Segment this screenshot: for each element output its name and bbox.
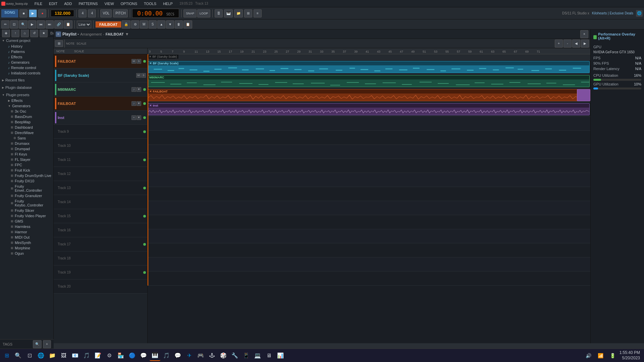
timeline-track-9[interactable] [148, 117, 590, 131]
sidebar-item-drumaxx[interactable]: ⊞ Drumaxx [0, 141, 53, 146]
add-btn[interactable]: + [2, 29, 10, 37]
timeline-track-20[interactable] [148, 272, 590, 286]
sidebar-item-initialized[interactable]: ♪ Initialized controls [0, 70, 53, 76]
channel-rack-btn[interactable]: ⊞ [244, 9, 252, 17]
pitch-btn[interactable]: PITCH [113, 9, 128, 17]
loop-btn[interactable]: LOOP [197, 9, 210, 17]
zoom-btn[interactable]: 🔍 [19, 20, 28, 28]
timeline-track-15[interactable] [148, 201, 590, 215]
sidebar-plugin-database[interactable]: ▶ Plugin database [0, 84, 53, 90]
sidebar-item-fruit-kick[interactable]: ⊞ Fruit Kick [0, 168, 53, 173]
menu-add[interactable]: ADD [63, 1, 73, 6]
media-button[interactable]: 🎵 [81, 350, 92, 361]
sidebar-item-directwave[interactable]: ⊞ DirectWave [0, 130, 53, 135]
volume-btn[interactable]: 🔊 [583, 350, 594, 361]
timeline-track-16[interactable] [148, 215, 590, 229]
battery-btn[interactable]: 🔋 [607, 350, 618, 361]
menu-edit[interactable]: EDIT [48, 1, 59, 6]
sidebar-star-btn[interactable]: ★ [40, 29, 48, 37]
store-button[interactable]: 🏪 [115, 350, 126, 361]
fl-studio-button[interactable]: 🎹 [150, 350, 160, 361]
menu-help[interactable]: HELP [162, 1, 174, 6]
track-solo-btn-2[interactable]: S [141, 73, 146, 78]
select-btn[interactable]: ⊡ [10, 20, 18, 28]
sidebar-recent-files[interactable]: ▶ Recent files [0, 77, 53, 83]
sidebar-item-harmless[interactable]: ⊞ Harmless [0, 224, 53, 229]
record-button[interactable]: ● [38, 9, 46, 17]
pl-zoom-out-btn[interactable]: - [564, 40, 572, 48]
settings-button[interactable]: ⚙ [104, 350, 115, 361]
sidebar-item-history[interactable]: ♪ History [0, 44, 53, 49]
sidebar-item-fl-slayer[interactable]: ⊞ FL Slayer [0, 157, 53, 162]
track-mute-btn-4[interactable]: ♪ [131, 101, 136, 106]
inst-del-btn[interactable]: 🗑 [175, 20, 183, 28]
sidebar-item-remote[interactable]: ♪ Remote control [0, 65, 53, 70]
stop-button[interactable]: ■ [19, 9, 28, 17]
sidebar-item-effects-presets[interactable]: ▶ Effects [0, 98, 53, 103]
inst-up-btn[interactable]: ▲ [157, 20, 165, 28]
mail-button[interactable]: 📧 [70, 350, 80, 361]
timeline-track-13[interactable] [148, 173, 590, 187]
sidebar-item-fpc[interactable]: ⊞ FPC [0, 162, 53, 168]
sidebar-item-fruity-granulizer[interactable]: ⊞ Fruity Granulizer [0, 193, 53, 198]
browser-btn[interactable]: 📁 [234, 9, 243, 17]
tags-add-btn[interactable]: + [43, 340, 51, 344]
notepad-button[interactable]: 📝 [93, 350, 103, 361]
play-button[interactable]: ▶ [29, 9, 37, 17]
timeline-track-12[interactable] [148, 159, 590, 173]
timeline-track-14[interactable] [148, 187, 590, 201]
sidebar-item-beepmap[interactable]: ⊞ BeepMap [0, 119, 53, 125]
timeline-track-11[interactable] [148, 145, 590, 159]
song-button[interactable]: SONG [1, 9, 18, 17]
sidebar-home-btn[interactable]: ⌂ [21, 29, 29, 37]
pl-time-sig-btn[interactable]: ⊞ [55, 40, 63, 47]
menu-tools[interactable]: TOOLS [143, 1, 158, 6]
chrome-button[interactable]: 🔵 [127, 350, 138, 361]
pl-zoom-in-btn[interactable]: + [555, 40, 563, 48]
sidebar-item-ogun[interactable]: ⊞ Ogun [0, 251, 53, 256]
telegram-button[interactable]: ✈ [184, 350, 195, 361]
clip-failboat[interactable]: ✕ FAILBOAT [148, 89, 590, 101]
sidebar-item-midi-out[interactable]: ⊞ MIDI Out [0, 235, 53, 240]
piano-roll-btn[interactable]: 🎹 [224, 9, 233, 17]
photos-button[interactable]: 🖼 [58, 350, 69, 361]
inst-lock-btn[interactable]: 🔒 [122, 20, 130, 28]
sidebar-item-sans[interactable]: ⚙ Sans [0, 135, 53, 141]
numerator-btn[interactable]: 4 [78, 9, 87, 17]
tags-search-btn[interactable]: 🔍 [33, 340, 42, 344]
clip-bf-saruky[interactable]: ✕ BF (Saruky Scale) [148, 61, 590, 73]
spotify-button[interactable]: 🎵 [161, 350, 172, 361]
snap-btn[interactable]: SNAP [183, 9, 197, 17]
pl-scroll-right-btn[interactable]: ▶ [581, 40, 589, 48]
whatsapp-button[interactable]: 💬 [172, 350, 183, 361]
inst-options-btn[interactable]: ⚙ [131, 20, 139, 28]
inst-solo-btn[interactable]: S [149, 20, 157, 28]
app5-button[interactable]: 📊 [275, 350, 286, 361]
sidebar-item-minisynth[interactable]: ⊞ MiniSynth [0, 240, 53, 245]
track-add-btn-5[interactable]: + [131, 115, 136, 120]
steam-button[interactable]: 🎲 [218, 350, 229, 361]
timeline-track-inst[interactable]: ✕ Inst [148, 103, 590, 117]
mixer-btn[interactable]: 🎛 [215, 9, 223, 17]
sidebar-item-fruity-dx10[interactable]: ⊞ Fruity DX10 [0, 178, 53, 184]
game2-button[interactable]: 🕹 [207, 350, 217, 361]
start-button[interactable]: ⊞ [1, 350, 12, 361]
timeline-track-10[interactable] [148, 131, 590, 145]
menu-patterns[interactable]: PATTERNS [77, 1, 99, 6]
clip-inst[interactable]: ✕ Inst [148, 103, 590, 115]
track-mute-btn-1[interactable]: M [131, 59, 136, 64]
sidebar-item-harmor[interactable]: ⊞ Harmor [0, 229, 53, 235]
menu-view[interactable]: VIEW [103, 1, 115, 6]
sidebar-item-fruity-envel[interactable]: ⊞ Fruity Envel..Controller [0, 184, 53, 193]
edge-button[interactable]: 🌐 [36, 350, 46, 361]
playlist-btn[interactable]: ≡ [254, 9, 262, 17]
sidebar-item-morphine[interactable]: ⊞ Morphine [0, 245, 53, 251]
prev-btn[interactable]: ⏮ [37, 20, 45, 28]
track-mute-btn-2[interactable]: M [136, 73, 141, 78]
playback-btn[interactable]: ▶ [28, 20, 36, 28]
sidebar-item-dashboard[interactable]: ⊞ Dashboard [0, 125, 53, 130]
sidebar-item-bassdrum[interactable]: ⊞ BassDrum [0, 114, 53, 119]
search-button[interactable]: 🔍 [13, 350, 23, 361]
game1-button[interactable]: 🎮 [195, 350, 206, 361]
pl-scroll-left-btn[interactable]: ◀ [572, 40, 580, 48]
